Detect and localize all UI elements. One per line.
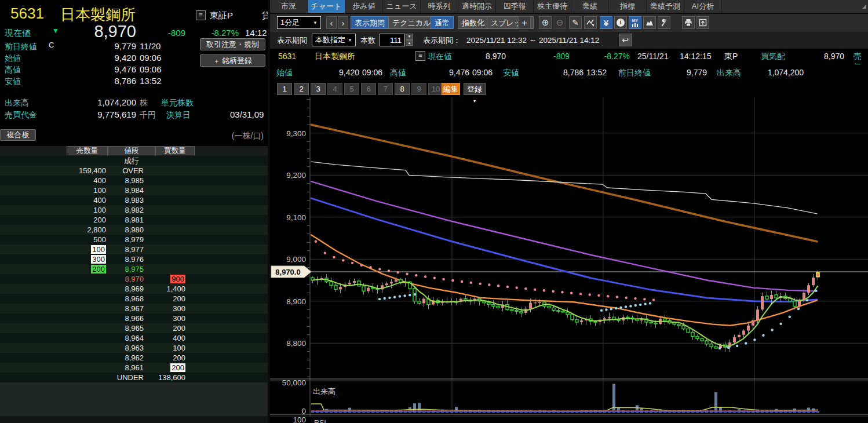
bar-count-input[interactable]: 111 [380,34,405,46]
tab-5[interactable]: 時系列 [421,0,458,13]
resize-icon[interactable] [861,3,867,10]
order-book-row[interactable]: 8,965200 [0,323,268,333]
high-time: 09:06 [140,64,162,74]
prev-close-value: 9,779 [70,41,136,51]
period-mode-select[interactable]: 本数指定 ▼ [312,34,356,46]
order-book-row[interactable]: 159,400OVER [0,166,268,176]
tab-11[interactable]: 業績予測 [647,0,684,13]
tab-1[interactable]: 市況 [270,0,308,13]
current-price-label: 現在値 [5,28,31,39]
stats-vol-label: 出来高 [717,68,741,78]
preset-button-5[interactable]: 5 [344,83,359,95]
order-book-row[interactable]: 3008,976 [0,254,268,264]
volume-unit: 株 [140,98,148,108]
order-book-row[interactable]: 8,963100 [0,343,268,353]
order-book-row[interactable]: 8,970900 [0,274,268,284]
preset-button-6[interactable]: 6 [361,83,376,95]
preset-button-3[interactable]: 3 [311,83,326,95]
undo-icon: ↩ [622,35,629,45]
order-book-row[interactable]: 5008,979 [0,235,268,245]
stats-prev-label: 前日終値 [618,68,651,78]
edit-button[interactable]: 編集 [442,83,460,95]
spinner-up-button[interactable]: ▲ [406,40,413,46]
zoom-out-button[interactable]: ⊖ [553,16,566,29]
tab-2[interactable]: チャート [308,0,345,13]
tab-6[interactable]: 適時開示 [458,0,496,13]
order-book-row[interactable]: 2008,981 [0,215,268,225]
order-book-row[interactable]: 8,964400 [0,333,268,343]
chevron-down-icon: ▼ [313,20,318,25]
order-book-row[interactable]: 8,962200 [0,353,268,363]
period-button[interactable]: 表示期間 [351,16,389,29]
order-book-row[interactable]: 8,961200 [0,363,268,373]
trendline-button[interactable] [584,16,597,29]
volume-label: 出来高 [5,98,29,108]
spinner-down-button[interactable]: ▼ [406,34,413,40]
tab-3[interactable]: 歩み値 [345,0,383,13]
tab-8[interactable]: 株主優待 [534,0,571,13]
order-book-row[interactable]: 成行 [0,156,268,166]
normal-mode-button[interactable]: 通常 [431,16,454,29]
order-book-row[interactable]: 8,967300 [0,304,268,313]
tab-12[interactable]: AI分析 [684,0,722,13]
buy-qty-header[interactable]: 買数量 [155,146,195,156]
order-book-row[interactable]: 4008,983 [0,195,268,205]
chart-info-row: 5631 日本製鋼所 ≡ 現在値 8,970 -809 -8.27% 25/11… [270,49,868,64]
order-book-row[interactable]: 2008,975 [0,264,268,274]
mountain-icon [645,19,654,26]
tab-9[interactable]: 業績 [571,0,609,13]
svg-text:50,000: 50,000 [282,378,306,387]
order-book-row[interactable]: 8,966300 [0,313,268,323]
price-header[interactable]: 値段 [108,146,155,156]
order-book-row[interactable]: 8,9691,400 [0,284,268,294]
order-book-row[interactable]: 8,968200 [0,294,268,304]
my-chart-button[interactable]: MY [629,16,641,29]
preset-button-8[interactable]: 8 [395,83,410,95]
zoom-in-button[interactable]: ⊕ [539,16,552,29]
indexed-mode-button[interactable]: 指数化 [458,16,488,29]
crosshair-button[interactable]: + [518,16,531,29]
stats-vol: 1,074,200 [752,68,804,77]
area-chart-button[interactable] [643,16,656,29]
tab-4[interactable]: ニュース [383,0,421,13]
info-change: -809 [538,52,570,61]
popout-button[interactable] [696,16,709,29]
order-book-row[interactable]: 2,8008,980 [0,225,268,235]
last-trade-time: 14:12 [245,28,267,38]
trade-warning-button[interactable]: 取引注意・規制 [200,38,265,50]
yen-axis-button[interactable]: ¥ [600,16,612,29]
print-button[interactable] [682,16,695,29]
sell-qty-header[interactable]: 売数量 [67,146,108,156]
preset-button-2[interactable]: 2 [294,83,309,95]
preset-button-4[interactable]: 4 [327,83,342,95]
preset-button-7[interactable]: 7 [378,83,393,95]
next-interval-button[interactable]: › [338,16,348,29]
prev-interval-button[interactable]: ‹ [326,16,337,29]
settings-button[interactable] [658,16,670,29]
tab-7[interactable]: 四季報 [496,0,534,13]
bar-count-spinner: ▼ ▲ [406,34,413,46]
draw-button[interactable]: ✎ [569,16,582,29]
preset-button-9[interactable]: 9 [411,83,426,95]
preset-button-1[interactable]: 1 [277,83,292,95]
tab-10[interactable]: 指標 [609,0,647,13]
reset-period-button[interactable]: ↩ [619,34,632,46]
order-book-row[interactable]: 4008,985 [0,176,268,185]
info-button[interactable]: i [614,16,627,29]
register-button[interactable]: 登録 ▼ [464,83,486,95]
doc-list-icon[interactable]: ≡ [415,51,425,61]
composite-board-button[interactable]: 複合板 [0,129,36,141]
technical-button[interactable]: テクニカル [388,16,435,29]
order-book-row[interactable]: 1008,977 [0,245,268,254]
price-chart[interactable]: 9,3009,2009,1009,0008,9008,80050,0000出来高… [270,97,868,423]
order-book-row[interactable]: 1008,982 [0,205,268,215]
interval-select[interactable]: 1分足 ▼ [277,16,321,29]
add-watchlist-button[interactable]: ＋銘柄登録 [200,54,265,67]
stats-low-time: 13:52 [586,68,607,77]
high-value: 9,476 [70,64,136,74]
market-list-icon[interactable]: ≡ [196,10,206,20]
order-book-row[interactable]: UNDER138,600 [0,373,268,382]
order-book-row[interactable]: 1008,984 [0,185,268,195]
stats-low: 8,786 [543,68,583,77]
crosshair-icon: + [521,18,527,28]
